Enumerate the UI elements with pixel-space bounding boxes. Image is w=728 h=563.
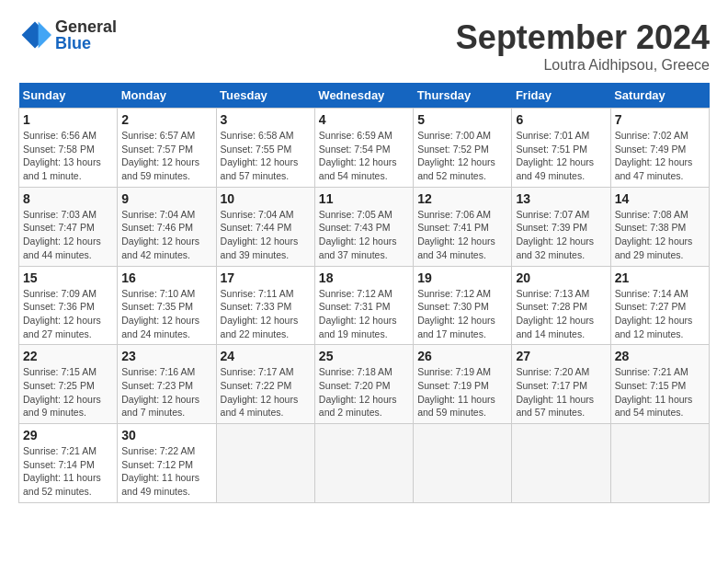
day-info: Sunrise: 6:58 AMSunset: 7:55 PMDaylight:… — [221, 129, 311, 183]
day-number: 13 — [516, 191, 606, 206]
day-cell-27: 27 Sunrise: 7:20 AMSunset: 7:17 PMDaylig… — [512, 345, 610, 424]
day-number: 16 — [121, 270, 211, 285]
day-info: Sunrise: 7:09 AMSunset: 7:36 PMDaylight:… — [23, 287, 113, 341]
day-number: 15 — [23, 270, 113, 285]
day-cell-12: 12 Sunrise: 7:06 AMSunset: 7:41 PMDaylig… — [414, 187, 512, 266]
day-info: Sunrise: 7:07 AMSunset: 7:39 PMDaylight:… — [516, 208, 606, 262]
day-cell-5: 5 Sunrise: 7:00 AMSunset: 7:52 PMDayligh… — [414, 109, 512, 188]
day-cell-23: 23 Sunrise: 7:16 AMSunset: 7:23 PMDaylig… — [118, 345, 216, 424]
day-info: Sunrise: 7:16 AMSunset: 7:23 PMDaylight:… — [121, 365, 211, 419]
day-number: 28 — [615, 349, 705, 363]
day-info: Sunrise: 7:13 AMSunset: 7:28 PMDaylight:… — [516, 287, 606, 341]
day-cell-29: 29 Sunrise: 7:21 AMSunset: 7:14 PMDaylig… — [19, 424, 118, 503]
day-info: Sunrise: 7:12 AMSunset: 7:30 PMDaylight:… — [417, 287, 507, 341]
day-number: 9 — [121, 191, 211, 206]
col-saturday: Saturday — [610, 83, 709, 109]
day-cell-3: 3 Sunrise: 6:58 AMSunset: 7:55 PMDayligh… — [216, 109, 314, 188]
day-cell-13: 13 Sunrise: 7:07 AMSunset: 7:39 PMDaylig… — [512, 187, 610, 266]
day-number: 6 — [516, 112, 606, 127]
day-info: Sunrise: 7:21 AMSunset: 7:15 PMDaylight:… — [615, 365, 705, 419]
calendar-week-2: 8 Sunrise: 7:03 AMSunset: 7:47 PMDayligh… — [19, 187, 710, 266]
day-cell-10: 10 Sunrise: 7:04 AMSunset: 7:44 PMDaylig… — [216, 187, 314, 266]
day-number: 8 — [23, 191, 113, 206]
empty-cell — [414, 424, 512, 503]
calendar-week-4: 22 Sunrise: 7:15 AMSunset: 7:25 PMDaylig… — [19, 345, 710, 424]
calendar-week-3: 15 Sunrise: 7:09 AMSunset: 7:36 PMDaylig… — [19, 266, 710, 345]
day-cell-4: 4 Sunrise: 6:59 AMSunset: 7:54 PMDayligh… — [314, 109, 413, 188]
day-cell-15: 15 Sunrise: 7:09 AMSunset: 7:36 PMDaylig… — [19, 266, 118, 345]
logo-icon — [18, 18, 51, 52]
empty-cell — [512, 424, 610, 503]
day-cell-7: 7 Sunrise: 7:02 AMSunset: 7:49 PMDayligh… — [610, 109, 709, 188]
day-info: Sunrise: 7:21 AMSunset: 7:14 PMDaylight:… — [23, 444, 113, 499]
day-cell-28: 28 Sunrise: 7:21 AMSunset: 7:15 PMDaylig… — [610, 345, 709, 424]
day-info: Sunrise: 7:15 AMSunset: 7:25 PMDaylight:… — [23, 365, 113, 419]
day-cell-20: 20 Sunrise: 7:13 AMSunset: 7:28 PMDaylig… — [512, 266, 610, 345]
day-cell-18: 18 Sunrise: 7:12 AMSunset: 7:31 PMDaylig… — [314, 266, 413, 345]
day-cell-25: 25 Sunrise: 7:18 AMSunset: 7:20 PMDaylig… — [314, 345, 413, 424]
col-friday: Friday — [512, 83, 610, 109]
day-info: Sunrise: 7:10 AMSunset: 7:35 PMDaylight:… — [121, 287, 211, 341]
day-info: Sunrise: 7:19 AMSunset: 7:19 PMDaylight:… — [417, 365, 507, 419]
empty-cell — [314, 424, 413, 503]
day-info: Sunrise: 7:18 AMSunset: 7:20 PMDaylight:… — [319, 365, 409, 419]
logo-text: General Blue — [55, 18, 117, 52]
day-info: Sunrise: 7:20 AMSunset: 7:17 PMDaylight:… — [516, 365, 606, 419]
day-number: 26 — [417, 349, 507, 363]
day-number: 5 — [417, 112, 507, 127]
day-info: Sunrise: 7:08 AMSunset: 7:38 PMDaylight:… — [615, 208, 705, 262]
day-number: 1 — [23, 112, 113, 127]
day-info: Sunrise: 7:01 AMSunset: 7:51 PMDaylight:… — [516, 129, 606, 183]
day-number: 29 — [23, 428, 113, 442]
day-number: 12 — [417, 191, 507, 206]
day-cell-17: 17 Sunrise: 7:11 AMSunset: 7:33 PMDaylig… — [216, 266, 314, 345]
day-number: 30 — [121, 428, 211, 442]
svg-marker-1 — [39, 22, 51, 49]
day-number: 25 — [319, 349, 409, 363]
day-info: Sunrise: 7:04 AMSunset: 7:44 PMDaylight:… — [221, 208, 311, 262]
calendar-header-row: Sunday Monday Tuesday Wednesday Thursday… — [19, 83, 710, 109]
logo-general: General — [55, 18, 117, 35]
day-number: 17 — [221, 270, 311, 285]
day-cell-19: 19 Sunrise: 7:12 AMSunset: 7:30 PMDaylig… — [414, 266, 512, 345]
day-info: Sunrise: 7:04 AMSunset: 7:46 PMDaylight:… — [121, 208, 211, 262]
day-info: Sunrise: 7:02 AMSunset: 7:49 PMDaylight:… — [615, 129, 705, 183]
day-cell-26: 26 Sunrise: 7:19 AMSunset: 7:19 PMDaylig… — [414, 345, 512, 424]
day-cell-8: 8 Sunrise: 7:03 AMSunset: 7:47 PMDayligh… — [19, 187, 118, 266]
day-number: 18 — [319, 270, 409, 285]
calendar-table: Sunday Monday Tuesday Wednesday Thursday… — [18, 83, 710, 503]
calendar-week-5: 29 Sunrise: 7:21 AMSunset: 7:14 PMDaylig… — [19, 424, 710, 503]
day-cell-6: 6 Sunrise: 7:01 AMSunset: 7:51 PMDayligh… — [512, 109, 610, 188]
day-number: 21 — [615, 270, 705, 285]
day-number: 20 — [516, 270, 606, 285]
month-title: September 2024 — [456, 18, 710, 57]
day-cell-1: 1 Sunrise: 6:56 AMSunset: 7:58 PMDayligh… — [19, 109, 118, 188]
logo-blue: Blue — [55, 35, 117, 52]
day-number: 27 — [516, 349, 606, 363]
day-number: 7 — [615, 112, 705, 127]
day-cell-9: 9 Sunrise: 7:04 AMSunset: 7:46 PMDayligh… — [118, 187, 216, 266]
day-info: Sunrise: 7:17 AMSunset: 7:22 PMDaylight:… — [221, 365, 311, 419]
day-info: Sunrise: 7:03 AMSunset: 7:47 PMDaylight:… — [23, 208, 113, 262]
day-number: 14 — [615, 191, 705, 206]
day-cell-24: 24 Sunrise: 7:17 AMSunset: 7:22 PMDaylig… — [216, 345, 314, 424]
day-cell-14: 14 Sunrise: 7:08 AMSunset: 7:38 PMDaylig… — [610, 187, 709, 266]
day-number: 23 — [121, 349, 211, 363]
day-number: 24 — [221, 349, 311, 363]
logo: General Blue — [18, 18, 117, 52]
title-block: September 2024 Loutra Aidhipsou, Greece — [456, 18, 710, 74]
empty-cell — [610, 424, 709, 503]
day-cell-16: 16 Sunrise: 7:10 AMSunset: 7:35 PMDaylig… — [118, 266, 216, 345]
day-number: 22 — [23, 349, 113, 363]
day-info: Sunrise: 6:56 AMSunset: 7:58 PMDaylight:… — [23, 129, 113, 183]
day-info: Sunrise: 7:06 AMSunset: 7:41 PMDaylight:… — [417, 208, 507, 262]
empty-cell — [216, 424, 314, 503]
day-cell-2: 2 Sunrise: 6:57 AMSunset: 7:57 PMDayligh… — [118, 109, 216, 188]
col-sunday: Sunday — [19, 83, 118, 109]
calendar-week-1: 1 Sunrise: 6:56 AMSunset: 7:58 PMDayligh… — [19, 109, 710, 188]
day-number: 19 — [417, 270, 507, 285]
col-wednesday: Wednesday — [314, 83, 413, 109]
page-header: General Blue September 2024 Loutra Aidhi… — [18, 18, 710, 74]
day-number: 11 — [319, 191, 409, 206]
day-info: Sunrise: 7:14 AMSunset: 7:27 PMDaylight:… — [615, 287, 705, 341]
